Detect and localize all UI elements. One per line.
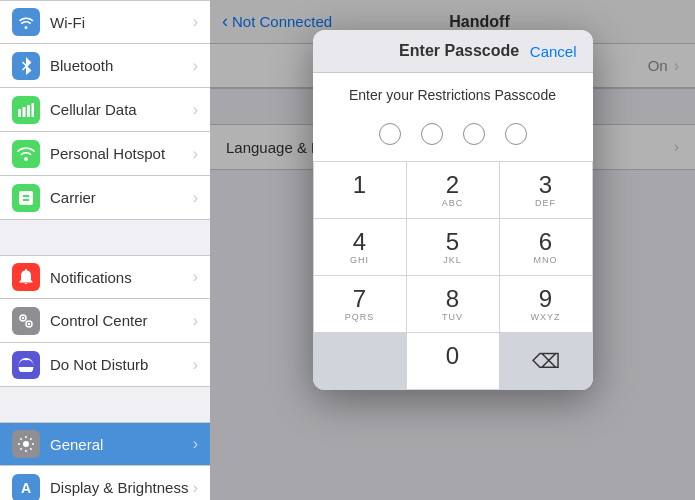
cellular-chevron: ›: [193, 101, 198, 119]
hotspot-icon: [12, 140, 40, 168]
sidebar-item-carrier-label: Carrier: [50, 189, 193, 206]
passcode-dots: [313, 113, 593, 161]
sidebar-item-notifications[interactable]: Notifications ›: [0, 255, 210, 299]
sidebar-item-donotdisturb-label: Do Not Disturb: [50, 356, 193, 373]
sidebar-separator-1: [0, 220, 210, 255]
sidebar-item-bluetooth[interactable]: Bluetooth ›: [0, 44, 210, 88]
sidebar-group-network: Wi-Fi › Bluetooth › Cellular Data: [0, 0, 210, 220]
sidebar-item-control-label: Control Center: [50, 312, 193, 329]
donotdisturb-icon: [12, 351, 40, 379]
wifi-chevron: ›: [193, 13, 198, 31]
dialog-prompt: Enter your Restrictions Passcode: [313, 73, 593, 113]
dialog-header: Enter Passcode Cancel: [313, 30, 593, 73]
numpad-key-4[interactable]: 4 GHI: [314, 219, 406, 275]
svg-point-9: [23, 441, 29, 447]
numpad-key-5[interactable]: 5 JKL: [407, 219, 499, 275]
svg-point-7: [22, 316, 24, 318]
numpad-key-8[interactable]: 8 TUV: [407, 276, 499, 332]
numpad-key-0[interactable]: 0: [407, 333, 499, 389]
sidebar-separator-2: [0, 387, 210, 422]
sidebar-item-wifi[interactable]: Wi-Fi ›: [0, 0, 210, 44]
numpad: 1 2 ABC 3 DEF 4 GHI 5 JKL: [313, 161, 593, 390]
passcode-dot-3: [463, 123, 485, 145]
sidebar-item-hotspot-label: Personal Hotspot: [50, 145, 193, 162]
passcode-dot-4: [505, 123, 527, 145]
general-chevron: ›: [193, 435, 198, 453]
sidebar-item-display-label: Display & Brightness: [50, 479, 193, 496]
display-icon: A: [12, 474, 40, 501]
sidebar-item-wifi-label: Wi-Fi: [50, 14, 193, 31]
sidebar-item-control[interactable]: Control Center ›: [0, 299, 210, 343]
svg-rect-1: [23, 107, 26, 117]
numpad-delete-button[interactable]: ⌫: [500, 333, 592, 389]
wifi-icon: [12, 8, 40, 36]
sidebar-item-donotdisturb[interactable]: Do Not Disturb ›: [0, 343, 210, 387]
passcode-dialog: Enter Passcode Cancel Enter your Restric…: [313, 30, 593, 390]
sidebar-item-notifications-label: Notifications: [50, 269, 193, 286]
sidebar-group-notifications: Notifications › Control Center ›: [0, 255, 210, 387]
cellular-icon: [12, 96, 40, 124]
sidebar-item-cellular-label: Cellular Data: [50, 101, 193, 118]
sidebar-group-general: General › A Display & Brightness › Wallp…: [0, 422, 210, 500]
numpad-key-6[interactable]: 6 MNO: [500, 219, 592, 275]
sidebar: Wi-Fi › Bluetooth › Cellular Data: [0, 0, 210, 500]
control-chevron: ›: [193, 312, 198, 330]
passcode-dot-2: [421, 123, 443, 145]
svg-rect-2: [27, 105, 30, 117]
svg-point-8: [28, 322, 30, 324]
notifications-icon: [12, 263, 40, 291]
dialog-cancel-button[interactable]: Cancel: [530, 43, 577, 60]
passcode-overlay: Enter Passcode Cancel Enter your Restric…: [210, 0, 695, 500]
passcode-dot-1: [379, 123, 401, 145]
general-icon: [12, 430, 40, 458]
display-chevron: ›: [193, 479, 198, 497]
sidebar-item-hotspot[interactable]: Personal Hotspot ›: [0, 132, 210, 176]
carrier-icon: [12, 184, 40, 212]
svg-rect-3: [32, 103, 35, 117]
numpad-key-7[interactable]: 7 PQRS: [314, 276, 406, 332]
numpad-key-2[interactable]: 2 ABC: [407, 162, 499, 218]
control-center-icon: [12, 307, 40, 335]
donotdisturb-chevron: ›: [193, 356, 198, 374]
bluetooth-chevron: ›: [193, 57, 198, 75]
carrier-chevron: ›: [193, 189, 198, 207]
numpad-key-empty: [314, 333, 406, 389]
numpad-key-1[interactable]: 1: [314, 162, 406, 218]
sidebar-item-bluetooth-label: Bluetooth: [50, 57, 193, 74]
svg-rect-0: [18, 109, 21, 117]
numpad-key-3[interactable]: 3 DEF: [500, 162, 592, 218]
numpad-key-9[interactable]: 9 WXYZ: [500, 276, 592, 332]
sidebar-item-cellular[interactable]: Cellular Data ›: [0, 88, 210, 132]
svg-point-4: [24, 157, 28, 161]
main-content: ‹ Not Connected Handoff On › Language & …: [210, 0, 695, 500]
sidebar-item-general[interactable]: General ›: [0, 422, 210, 466]
dialog-title: Enter Passcode: [389, 42, 530, 60]
sidebar-item-display[interactable]: A Display & Brightness ›: [0, 466, 210, 500]
hotspot-chevron: ›: [193, 145, 198, 163]
sidebar-item-general-label: General: [50, 436, 193, 453]
bluetooth-icon: [12, 52, 40, 80]
notifications-chevron: ›: [193, 268, 198, 286]
sidebar-item-carrier[interactable]: Carrier ›: [0, 176, 210, 220]
